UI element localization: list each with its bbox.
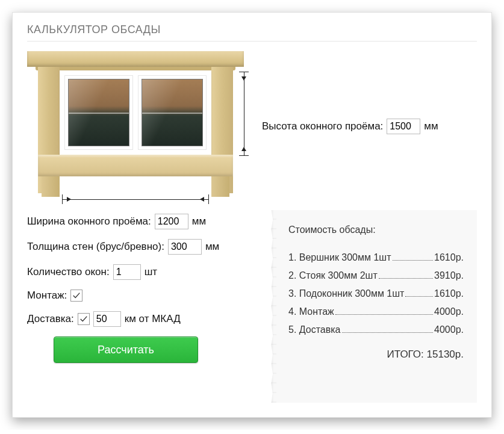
total-value: 15130р. xyxy=(427,349,464,360)
leg-left xyxy=(42,176,60,197)
cost-item-price: 3910р. xyxy=(434,270,464,281)
install-label: Монтаж: xyxy=(27,290,67,302)
check-icon xyxy=(72,291,81,300)
cost-panel: Стоимость обсады: 1. Вершник 300мм 1шт 1… xyxy=(273,210,477,403)
height-input[interactable] xyxy=(387,119,420,134)
pane-left xyxy=(64,75,133,150)
cost-item: 2. Стояк 300мм 2шт 3910р. xyxy=(288,270,464,281)
cost-item-price: 1610р. xyxy=(434,252,464,263)
total-row: ИТОГО: 15130р. xyxy=(288,349,464,361)
dimension-vertical-icon xyxy=(239,69,249,158)
page-title: КАЛЬКУЛЯТОР ОБСАДЫ xyxy=(27,23,477,36)
qty-label: Количество окон: xyxy=(27,266,110,278)
height-unit: мм xyxy=(424,120,438,132)
window-illustration xyxy=(27,51,244,202)
height-field: Высота оконного проёма: мм xyxy=(262,119,438,134)
width-label: Ширина оконного проёма: xyxy=(27,215,151,228)
cost-item: 4. Монтаж 4000р. xyxy=(288,306,464,317)
top-beam xyxy=(27,51,244,67)
cost-list: 1. Вершник 300мм 1шт 1610р. 2. Стояк 300… xyxy=(288,252,464,335)
delivery-row: Доставка: км от МКАД xyxy=(27,311,250,327)
cost-item-name: Доставка xyxy=(299,324,341,335)
divider xyxy=(27,41,477,42)
cost-item-num: 4. xyxy=(288,306,296,317)
calculate-button[interactable]: Рассчитать xyxy=(54,336,198,363)
cost-item-num: 2. xyxy=(288,270,296,281)
thickness-label: Толщина стен (брус/бревно): xyxy=(27,241,164,253)
delivery-checkbox[interactable] xyxy=(78,313,90,325)
qty-unit: шт xyxy=(145,266,157,278)
thickness-unit: мм xyxy=(205,241,219,253)
cost-item-num: 5. xyxy=(288,324,296,335)
cost-item: 5. Доставка 4000р. xyxy=(288,324,464,335)
dots-icon xyxy=(405,288,433,297)
width-row: Ширина оконного проёма: мм xyxy=(27,214,250,229)
cost-title: Стоимость обсады: xyxy=(288,225,464,235)
dots-icon xyxy=(335,306,433,315)
leg-right xyxy=(211,176,229,197)
cost-item-num: 1. xyxy=(288,252,296,263)
top-row: Высота оконного проёма: мм xyxy=(27,51,477,202)
cost-item-name: Подоконник 300мм 1шт xyxy=(299,288,405,299)
dots-icon xyxy=(393,252,434,261)
cost-item: 3. Подоконник 300мм 1шт 1610р. xyxy=(288,288,464,299)
cost-item: 1. Вершник 300мм 1шт 1610р. xyxy=(288,252,464,263)
thickness-row: Толщина стен (брус/бревно): мм xyxy=(27,239,250,255)
delivery-label: Доставка: xyxy=(27,313,74,325)
cost-item-price: 4000р. xyxy=(434,324,464,335)
dots-icon xyxy=(342,324,434,333)
width-input[interactable] xyxy=(155,214,188,229)
calculator-card: КАЛЬКУЛЯТОР ОБСАДЫ xyxy=(12,12,492,418)
dots-icon xyxy=(379,270,433,279)
height-label: Высота оконного проёма: xyxy=(262,120,383,132)
thickness-input[interactable] xyxy=(168,239,202,255)
window-frame xyxy=(60,70,211,155)
cost-item-name: Вершник 300мм 1шт xyxy=(299,252,391,263)
pane-right xyxy=(138,75,207,150)
delivery-km-input[interactable] xyxy=(93,311,121,327)
dimension-horizontal-icon xyxy=(60,194,211,204)
install-checkbox[interactable] xyxy=(70,290,82,302)
sill xyxy=(38,155,233,176)
cost-item-price: 4000р. xyxy=(434,306,464,317)
delivery-unit: км от МКАД xyxy=(125,313,181,325)
width-unit: мм xyxy=(192,215,206,228)
below-row: Ширина оконного проёма: мм Толщина стен … xyxy=(27,210,477,403)
qty-input[interactable] xyxy=(113,264,141,280)
form-column: Ширина оконного проёма: мм Толщина стен … xyxy=(27,210,250,363)
qty-row: Количество окон: шт xyxy=(27,264,250,280)
cost-item-num: 3. xyxy=(288,288,296,299)
install-row: Монтаж: xyxy=(27,290,250,302)
cost-item-name: Стояк 300мм 2шт xyxy=(299,270,378,281)
check-icon xyxy=(79,315,88,323)
cost-item-price: 1610р. xyxy=(434,288,464,299)
total-label: ИТОГО: xyxy=(387,349,424,360)
cost-item-name: Монтаж xyxy=(299,306,334,317)
